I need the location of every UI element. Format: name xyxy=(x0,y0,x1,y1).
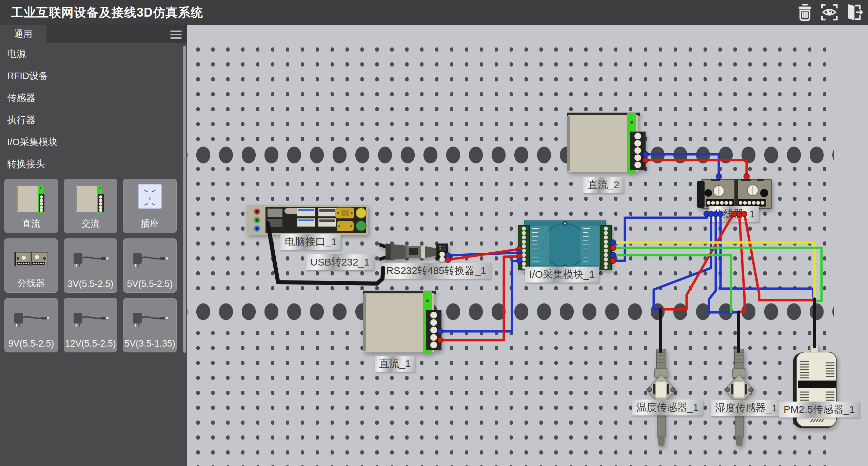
psu-thumb-icon xyxy=(74,179,107,217)
logout-icon xyxy=(844,3,863,22)
category-list: 电源RFID设备传感器执行器I/O采集模块转换接头 xyxy=(0,43,183,175)
device-label-io: I/O采集模块_1 xyxy=(525,267,599,283)
component-label: 插座 xyxy=(141,217,159,230)
sidebar-item-3[interactable]: 执行器 xyxy=(0,109,183,131)
device-label-temp: 温度传感器_1 xyxy=(632,400,703,415)
device-io-module[interactable] xyxy=(518,220,612,270)
component-card-7[interactable]: 12V(5.5-2.5) xyxy=(64,298,117,352)
device-label-splitter: 分线器_1 xyxy=(709,206,759,222)
component-sidebar: 通用 电源RFID设备传感器执行器I/O采集模块转换接头 直流交流插座分线器3V… xyxy=(0,25,187,466)
component-label: 分线器 xyxy=(18,277,45,289)
sidebar-item-5[interactable]: 转换接头 xyxy=(0,153,183,175)
app-window: 工业互联网设备及接线3D仿真系统 xyxy=(0,0,868,466)
device-label-dc1: 直流_1 xyxy=(375,356,415,372)
component-card-3[interactable]: 分线器 xyxy=(4,238,58,293)
component-card-2[interactable]: 插座 xyxy=(123,179,177,233)
device-label-pm25: PM2.5传感器_1 xyxy=(779,402,859,418)
adapter-thumb-icon xyxy=(129,239,171,279)
component-label: 5V(5.5-2.5) xyxy=(127,279,173,289)
device-computer-interface[interactable] xyxy=(246,205,368,235)
trash-icon xyxy=(795,3,814,22)
eye-icon xyxy=(820,3,839,22)
component-label: 5V(3.5-1.35) xyxy=(124,338,175,349)
top-bar: 工业互联网设备及接线3D仿真系统 xyxy=(0,0,868,25)
splitter-thumb-icon xyxy=(13,239,50,277)
tab-general[interactable]: 通用 xyxy=(0,25,46,43)
sidebar-scrollbar[interactable] xyxy=(183,46,186,353)
adapter-thumb-icon xyxy=(10,298,52,338)
device-dc-power-1[interactable] xyxy=(363,291,442,355)
exit-button[interactable] xyxy=(844,3,863,22)
sidebar-item-2[interactable]: 传感器 xyxy=(0,87,183,109)
socket-thumb-icon xyxy=(133,179,167,217)
delete-button[interactable] xyxy=(795,3,814,22)
component-card-1[interactable]: 交流 xyxy=(64,179,117,233)
sidebar-item-0[interactable]: 电源 xyxy=(0,43,183,65)
psu-thumb-icon xyxy=(14,179,48,217)
app-title: 工业互联网设备及接线3D仿真系统 xyxy=(0,4,203,21)
component-label: 交流 xyxy=(81,217,100,230)
component-card-8[interactable]: 5V(3.5-1.35) xyxy=(123,298,177,352)
sidebar-item-4[interactable]: I/O采集模块 xyxy=(0,131,183,153)
component-card-6[interactable]: 9V(5.5-2.5) xyxy=(4,298,58,352)
simulation-canvas[interactable]: 电脑接口_1 USB转232_1 RS232转485转换器_1 直流_1 I/O… xyxy=(187,25,868,466)
device-label-dc2: 直流_2 xyxy=(583,177,624,193)
component-label: 9V(5.5-2.5) xyxy=(8,338,54,349)
component-label: 12V(5.5-2.5) xyxy=(65,338,116,349)
device-temperature-sensor[interactable] xyxy=(644,349,678,447)
device-label-rs232485: RS232转485转换器_1 xyxy=(382,263,491,279)
adapter-thumb-icon xyxy=(70,298,112,338)
adapter-thumb-icon xyxy=(129,298,171,338)
device-label-humidity: 湿度传感器_1 xyxy=(711,400,782,416)
pegboard-large-hole-row xyxy=(187,144,834,163)
pegboard-large-hole-row xyxy=(187,300,834,320)
device-humidity-sensor[interactable] xyxy=(722,349,756,447)
sidebar-tab-row: 通用 xyxy=(0,25,187,43)
menu-icon[interactable] xyxy=(170,28,182,40)
device-label-usb232: USB转232_1 xyxy=(306,254,374,270)
sidebar-item-1[interactable]: RFID设备 xyxy=(0,65,183,87)
component-label: 直流 xyxy=(22,217,40,230)
device-dc-power-2[interactable] xyxy=(567,113,646,175)
component-card-0[interactable]: 直流 xyxy=(4,179,58,233)
toolbar xyxy=(795,3,863,22)
component-card-4[interactable]: 3V(5.5-2.5) xyxy=(64,238,117,293)
component-card-5[interactable]: 5V(5.5-2.5) xyxy=(123,238,177,293)
device-usb-to-serial-converter[interactable] xyxy=(379,242,449,261)
component-grid: 直流交流插座分线器3V(5.5-2.5)5V(5.5-2.5)9V(5.5-2.… xyxy=(4,179,183,352)
device-label-computer: 电脑接口_1 xyxy=(280,234,341,250)
component-label: 3V(5.5-2.5) xyxy=(67,279,113,289)
adapter-thumb-icon xyxy=(70,239,112,279)
view-button[interactable] xyxy=(820,3,839,22)
